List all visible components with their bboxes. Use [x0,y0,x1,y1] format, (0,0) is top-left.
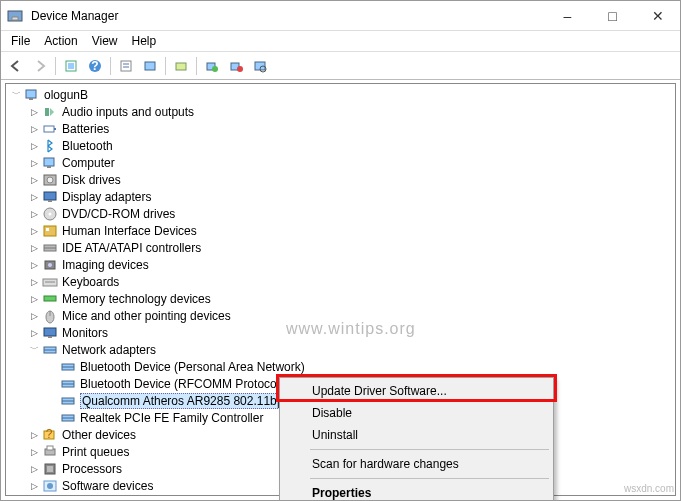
minimize-button[interactable]: – [545,1,590,30]
menubar: File Action View Help [1,31,680,52]
ctx-properties[interactable]: Properties [282,482,551,501]
tree-category[interactable]: ▷DVD/CD-ROM drives [10,205,671,222]
tree-device[interactable]: Bluetooth Device (Personal Area Network) [10,358,671,375]
disable-button[interactable] [225,55,247,77]
category-label: Batteries [62,122,109,136]
device-label: Bluetooth Device (RFCOMM Protocol TDI) [80,377,306,391]
show-hide-button[interactable] [60,55,82,77]
device-icon [42,274,58,290]
device-icon [42,155,58,171]
ctx-separator [310,478,549,479]
tree-category[interactable]: ▷Monitors [10,324,671,341]
scan-hardware-button[interactable] [249,55,271,77]
tree-root[interactable]: ﹀ologunB [10,86,671,103]
category-label: Software devices [62,479,153,493]
menu-help[interactable]: Help [126,32,163,50]
menu-view[interactable]: View [86,32,124,50]
scan-button[interactable] [139,55,161,77]
tree-category[interactable]: ▷Imaging devices [10,256,671,273]
device-icon [42,138,58,154]
category-label: Display adapters [62,190,151,204]
expand-icon[interactable]: ▷ [28,174,40,186]
tree-category[interactable]: ▷Bluetooth [10,137,671,154]
device-icon [42,478,58,494]
back-button[interactable] [5,55,27,77]
svg-rect-17 [26,90,36,98]
svg-rect-56 [47,446,53,450]
svg-rect-1 [12,17,18,20]
expand-icon[interactable]: ▷ [28,429,40,441]
expand-icon[interactable]: ▷ [28,242,40,254]
help-button[interactable]: ? [84,55,106,77]
expand-icon[interactable]: ▷ [28,123,40,135]
expand-icon[interactable]: ▷ [28,225,40,237]
category-label: Imaging devices [62,258,149,272]
svg-text:?: ? [46,427,53,441]
expand-icon[interactable]: ▷ [28,157,40,169]
uninstall-button[interactable] [201,55,223,77]
expand-icon[interactable]: ▷ [28,276,40,288]
expand-icon[interactable]: ▷ [28,480,40,492]
expand-icon[interactable]: ▷ [28,463,40,475]
ctx-uninstall[interactable]: Uninstall [282,424,551,446]
toolbar: ? [1,52,680,80]
category-label: Bluetooth [62,139,113,153]
ctx-scan[interactable]: Scan for hardware changes [282,453,551,475]
tree-category[interactable]: ▷IDE ATA/ATAPI controllers [10,239,671,256]
collapse-icon[interactable]: ﹀ [28,344,40,356]
tree-category[interactable]: ▷Mice and other pointing devices [10,307,671,324]
svg-rect-27 [48,200,52,202]
close-button[interactable]: ✕ [635,1,680,30]
svg-rect-20 [44,126,54,132]
svg-point-35 [48,263,52,267]
expand-icon[interactable]: ▷ [28,140,40,152]
tree-category[interactable]: ▷Audio inputs and outputs [10,103,671,120]
svg-rect-18 [29,98,33,100]
category-label: Computer [62,156,115,170]
properties-button[interactable] [115,55,137,77]
expand-icon[interactable]: ▷ [28,327,40,339]
svg-rect-22 [44,158,54,166]
context-menu: Update Driver Software... Disable Uninst… [279,377,554,501]
svg-rect-23 [47,166,51,168]
titlebar: Device Manager – □ ✕ [1,1,680,31]
expand-icon[interactable]: ▷ [28,191,40,203]
expand-icon[interactable]: ▷ [28,259,40,271]
ctx-disable[interactable]: Disable [282,402,551,424]
ctx-separator [310,449,549,450]
maximize-button[interactable]: □ [590,1,635,30]
device-icon [42,223,58,239]
svg-rect-9 [145,62,155,70]
category-label: Human Interface Devices [62,224,197,238]
tree-category[interactable]: ▷Disk drives [10,171,671,188]
menu-file[interactable]: File [5,32,36,50]
expand-icon[interactable]: ▷ [28,293,40,305]
tree-category[interactable]: ▷Keyboards [10,273,671,290]
collapse-icon[interactable]: ﹀ [10,89,22,101]
device-icon [42,172,58,188]
tree-category[interactable]: ▷Memory technology devices [10,290,671,307]
menu-action[interactable]: Action [38,32,83,50]
root-label: ologunB [44,88,88,102]
category-label: Sound, video and game controllers [62,496,247,497]
ctx-update-driver[interactable]: Update Driver Software... [282,380,551,402]
tree-category[interactable]: ▷Batteries [10,120,671,137]
tree-category[interactable]: ▷Computer [10,154,671,171]
expand-icon[interactable]: ▷ [28,446,40,458]
device-icon [42,240,58,256]
svg-text:?: ? [91,59,98,73]
expand-icon[interactable]: ▷ [28,208,40,220]
expand-icon[interactable]: ▷ [28,106,40,118]
adapter-icon [60,359,76,375]
tree-category[interactable]: ▷Display adapters [10,188,671,205]
forward-button[interactable] [29,55,51,77]
update-driver-button[interactable] [170,55,192,77]
expand-icon[interactable]: ▷ [28,310,40,322]
device-icon [42,461,58,477]
tree-category[interactable]: ▷Human Interface Devices [10,222,671,239]
svg-rect-30 [44,226,56,236]
svg-rect-6 [121,61,131,71]
svg-rect-19 [45,108,49,116]
tree-category-network[interactable]: ﹀Network adapters [10,341,671,358]
svg-rect-58 [47,466,53,472]
